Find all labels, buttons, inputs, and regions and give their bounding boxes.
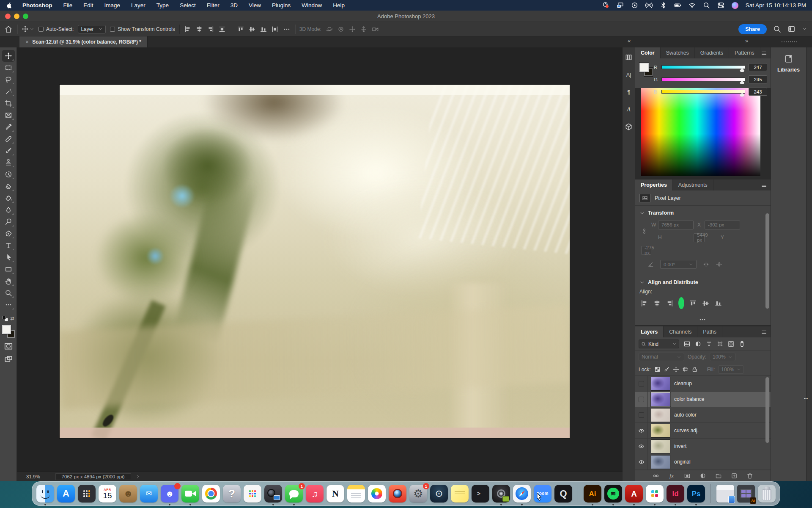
flip-vertical-icon[interactable]	[716, 261, 723, 268]
trash-icon[interactable]	[746, 472, 753, 479]
crop-tool[interactable]	[2, 97, 15, 109]
dock-adobe-illustrator[interactable]: Ai	[584, 485, 601, 502]
dock-spotify[interactable]: ≋	[604, 485, 622, 502]
panel-menu-icon[interactable]	[761, 182, 767, 188]
panel-menu-icon[interactable]	[761, 329, 767, 335]
align-left-icon[interactable]	[640, 299, 648, 307]
checkbox[interactable]	[38, 27, 44, 32]
workspace-switcher-icon[interactable]	[787, 25, 796, 33]
visibility-toggle[interactable]	[635, 376, 648, 391]
quick-mask-icon[interactable]	[3, 342, 14, 351]
align-right-icon[interactable]	[666, 299, 674, 307]
dock-contacts[interactable]: ☻	[119, 485, 137, 502]
dock-notes[interactable]	[347, 485, 365, 502]
menu-image[interactable]: Image	[104, 2, 121, 8]
link-h-icon[interactable]	[653, 472, 659, 479]
dock-adobe-indesign[interactable]: Id	[667, 485, 684, 502]
apple-menu-icon[interactable]	[6, 2, 12, 9]
align-top-icon[interactable]	[237, 25, 244, 33]
canvas-area[interactable]: 31.9% 7062 px x 4894 px (2000 ppi)	[17, 47, 623, 481]
dock-system-settings[interactable]: ⚙1	[409, 485, 427, 502]
zoom-level-field[interactable]: 31.9%	[26, 474, 40, 479]
tab-libraries[interactable]: Libraries	[771, 47, 806, 73]
dock-adobe-acrobat[interactable]: A	[625, 485, 643, 502]
type-filter-icon[interactable]	[705, 340, 713, 348]
type-tool[interactable]	[2, 240, 15, 251]
layer-name[interactable]: cleanup	[674, 381, 692, 387]
align-top-icon[interactable]	[689, 299, 697, 307]
dock-trash[interactable]	[758, 485, 776, 502]
frame-tool[interactable]	[2, 109, 15, 121]
swap-colors-control[interactable]: ⇄	[3, 316, 14, 321]
foreground-background-swatches[interactable]	[2, 325, 15, 338]
menu-filter[interactable]: Filter	[207, 2, 219, 8]
document-tab[interactable]: × Scan-12.tif @ 31.9% (color balance, RG…	[19, 36, 148, 47]
checker-icon[interactable]	[654, 366, 661, 373]
layer-row-original[interactable]: original	[635, 454, 771, 470]
menu-3d[interactable]: 3D	[230, 2, 238, 8]
dock-calculator[interactable]	[78, 485, 96, 502]
visibility-toggle[interactable]	[635, 407, 648, 422]
tab-properties[interactable]: Properties	[635, 179, 673, 190]
layer-mask-icon[interactable]	[684, 472, 691, 479]
b-slider[interactable]	[661, 90, 745, 94]
menu-type[interactable]: Type	[156, 2, 169, 8]
x-field[interactable]: -302 px	[705, 221, 740, 229]
display-mirror-icon[interactable]	[617, 2, 624, 9]
align-bottom-icon[interactable]	[260, 25, 267, 33]
layer-name[interactable]: color balance	[674, 396, 704, 402]
document-image[interactable]	[60, 85, 570, 438]
wifi-icon[interactable]	[689, 2, 696, 9]
align-v-center-icon[interactable]	[248, 25, 256, 33]
menu-view[interactable]: View	[249, 2, 261, 8]
zoom-tool[interactable]	[2, 287, 15, 299]
dock-notion[interactable]: N	[326, 485, 344, 502]
fill-field[interactable]: 100%	[718, 365, 744, 374]
dock-launchpad[interactable]	[244, 485, 261, 502]
search-icon[interactable]	[703, 2, 710, 9]
shape-filter-icon[interactable]	[716, 340, 724, 348]
adjustment-icon[interactable]	[700, 472, 706, 479]
filter-kind-dropdown[interactable]: Kind	[639, 340, 679, 348]
layer-row-auto-color[interactable]: auto color	[635, 407, 771, 423]
dock-messages[interactable]: 1	[285, 485, 303, 502]
menu-select[interactable]: Select	[180, 2, 196, 8]
layer-name[interactable]: original	[674, 459, 691, 465]
g-slider-knob[interactable]	[740, 80, 744, 84]
visibility-toggle[interactable]	[635, 439, 648, 454]
fx-icon[interactable]: fx	[668, 472, 675, 479]
distribute-v-icon[interactable]	[271, 25, 279, 33]
object-selection-tool[interactable]	[2, 86, 15, 97]
dock-minimized-window[interactable]: Ai	[737, 485, 755, 502]
layer-name[interactable]: invert	[674, 443, 686, 449]
current-tool-indicator[interactable]	[22, 25, 34, 33]
tab-swatches[interactable]: Swatches	[661, 47, 695, 58]
foreground-background-swatches[interactable]	[639, 63, 654, 78]
eyedropper-tool[interactable]	[2, 121, 15, 133]
brush-tool[interactable]	[2, 145, 15, 157]
play-icon[interactable]	[631, 2, 638, 9]
menu-help[interactable]: Help	[333, 2, 345, 8]
camera-3d-icon[interactable]	[371, 25, 379, 33]
bluetooth-icon[interactable]	[660, 2, 667, 9]
layer-row-invert[interactable]: invert	[635, 439, 771, 454]
move-small-icon[interactable]	[673, 366, 679, 373]
dock-app-store[interactable]: A	[57, 485, 75, 502]
menu-layer[interactable]: Layer	[131, 2, 145, 8]
layer-thumbnail[interactable]	[651, 393, 670, 406]
eraser-tool[interactable]	[2, 180, 15, 192]
layer-thumbnail[interactable]	[651, 424, 670, 437]
transform-section-header[interactable]: Transform	[635, 206, 771, 218]
dock-discord[interactable]: ☻	[161, 485, 178, 502]
orbit-3d-icon[interactable]	[326, 25, 333, 33]
visibility-toggle[interactable]	[635, 423, 648, 438]
blend-mode-dropdown[interactable]: Normal	[639, 353, 684, 361]
edit-toolbar-button[interactable]	[2, 299, 15, 311]
dock-minimized-window[interactable]	[716, 485, 734, 502]
status-menu-icon[interactable]	[135, 474, 140, 479]
height-field[interactable]: 5449 px	[694, 233, 705, 242]
auto-select-checkbox[interactable]: Auto-Select:	[38, 26, 74, 32]
dock-help[interactable]: ?	[223, 485, 241, 502]
slide-3d-icon[interactable]	[360, 25, 368, 33]
menu-photoshop[interactable]: Photoshop	[22, 2, 52, 8]
